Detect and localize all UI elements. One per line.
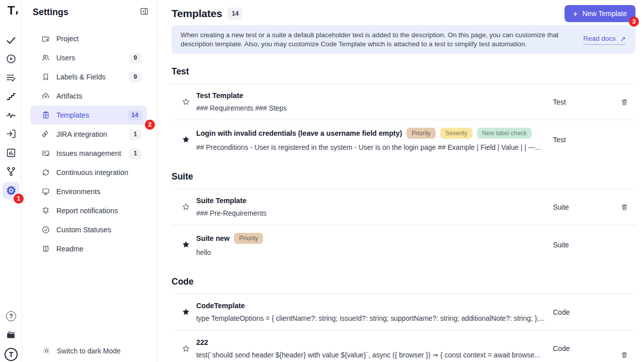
sidebar-item-artifacts[interactable]: Artifacts [30,86,147,106]
reports-chart-icon[interactable] [6,147,17,158]
projects-folder-icon[interactable] [6,330,17,341]
import-icon[interactable] [6,128,17,139]
star-toggle[interactable] [172,240,196,249]
sidebar-item-readme[interactable]: Readme [30,239,147,258]
tests-check-icon[interactable] [6,35,17,46]
check-circle-icon [41,225,50,234]
label-badge: New label check [477,128,532,139]
template-description: ### Requirements ### Steps [196,104,546,112]
sidebar-title: Settings [33,7,68,18]
new-template-button[interactable]: + New Template 3 [565,5,635,22]
count-badge: 9 [129,72,142,82]
star-toggle[interactable] [172,203,196,211]
template-description: ## Preconditions - User is registered in… [196,143,546,151]
run-play-icon[interactable] [6,53,17,64]
template-description: ### Pre-Requirements [196,209,546,217]
section-title: Suite [172,159,635,189]
trash-icon [620,203,628,211]
template-row: 222 test(`should send header ${header} w… [172,330,635,362]
star-toggle[interactable] [172,98,196,106]
ci-loop-icon [41,168,50,177]
star-toggle[interactable] [172,344,196,353]
jira-icon [41,130,50,139]
section-code: Code CodeTemplate type TemplateOptions =… [172,264,635,362]
star-toggle[interactable] [172,308,196,316]
settings-notification-badge: 1 [14,194,24,204]
sidebar-menu: Project Users 9 Labels & Fields 9 Artifa… [22,29,157,258]
template-description: test(`should send header ${header} with … [196,351,546,359]
delete-template-button[interactable] [613,98,635,106]
sidebar-item-custom-statuses[interactable]: Custom Statuses [30,220,147,239]
sun-icon [42,346,51,355]
bottom-logo-icon[interactable]: T [5,348,18,361]
count-badge: 1 [129,148,142,159]
section-title: Code [172,264,635,294]
users-icon [41,53,50,62]
sidebar-item-environments[interactable]: Environments [30,182,147,201]
delete-template-button[interactable] [613,203,635,211]
dark-mode-toggle[interactable]: Switch to dark Mode [22,346,157,362]
label-badge: Priority [234,233,263,244]
pulse-analytics-icon[interactable] [6,110,17,121]
template-description: hello [196,248,546,256]
section-title: Test [172,54,635,83]
template-type: Suite [553,203,613,211]
runs-list-icon[interactable] [6,72,17,83]
new-template-notification-badge: 3 [629,17,639,27]
label-badge: Severity [440,128,472,139]
page-title: Templates [172,8,222,20]
bell-icon [41,206,50,215]
template-type: Suite [553,241,613,249]
templates-count-badge: 14 [227,8,244,20]
count-badge: 14 [128,110,142,121]
sidebar-item-continuous-integration[interactable]: Continuous integration [30,163,147,182]
templates-notification-badge: 2 [145,120,155,130]
collapse-panel-icon[interactable] [139,7,149,18]
section-test: Test Test Template ### Requirements ### … [172,54,635,159]
count-badge: 9 [129,53,142,63]
banner-text: When creating a new test or a suite a de… [181,31,570,48]
steps-icon[interactable] [6,91,17,102]
bookmark-icon [41,72,50,81]
trash-icon [620,98,628,106]
branch-icon[interactable] [6,166,17,177]
folder-gear-icon [41,34,50,43]
template-title: Suite Template [196,197,247,205]
external-link-arrow-icon: ↗ [620,35,626,43]
app-logo[interactable]: T [6,5,17,16]
main-content: Templates 14 + New Template 3 When creat… [157,0,644,362]
cloud-upload-icon [41,92,50,101]
template-type: Test [553,98,613,106]
sidebar-item-users[interactable]: Users 9 [30,48,147,67]
sidebar-item-issues-management[interactable]: Issues management 1 [30,144,147,163]
sidebar-item-project[interactable]: Project [30,29,147,48]
book-icon [41,244,50,253]
template-row: Login with invalid credentials (leave a … [172,120,635,159]
sidebar-item-labels-fields[interactable]: Labels & Fields 9 [30,67,147,86]
template-row: Suite Template ### Pre-Requirements Suit… [172,189,635,225]
template-row: CodeTemplate type TemplateOptions = { cl… [172,294,635,330]
template-type: Code [553,308,613,316]
template-title: Test Template [196,92,243,100]
plus-icon: + [573,10,578,18]
sidebar-item-templates[interactable]: Templates 14 2 [30,106,147,125]
template-type: Test [553,136,613,144]
sidebar-item-jira-integration[interactable]: JIRA integration 1 [30,125,147,144]
info-banner: When creating a new test or a suite a de… [172,25,635,54]
count-badge: 1 [129,129,142,140]
dark-mode-label: Switch to dark Mode [57,347,121,355]
template-description: type TemplateOptions = { clientName?: st… [196,314,546,322]
delete-template-button[interactable] [613,338,635,359]
star-toggle[interactable] [172,135,196,144]
issue-card-icon [41,149,50,158]
sidebar-item-report-notifications[interactable]: Report notifications [30,201,147,220]
template-row: Test Template ### Requirements ### Steps… [172,84,635,120]
template-title: 222 [196,338,208,346]
help-icon[interactable]: ? [6,311,17,322]
read-docs-link[interactable]: Read docs ↗ [583,35,626,45]
template-row: Suite new Priority hello Suite [172,225,635,264]
clipboard-icon [41,111,50,120]
icon-rail: T ⚙ 1 ? T [0,0,22,362]
trash-icon [620,351,628,359]
monitor-icon [41,187,50,196]
